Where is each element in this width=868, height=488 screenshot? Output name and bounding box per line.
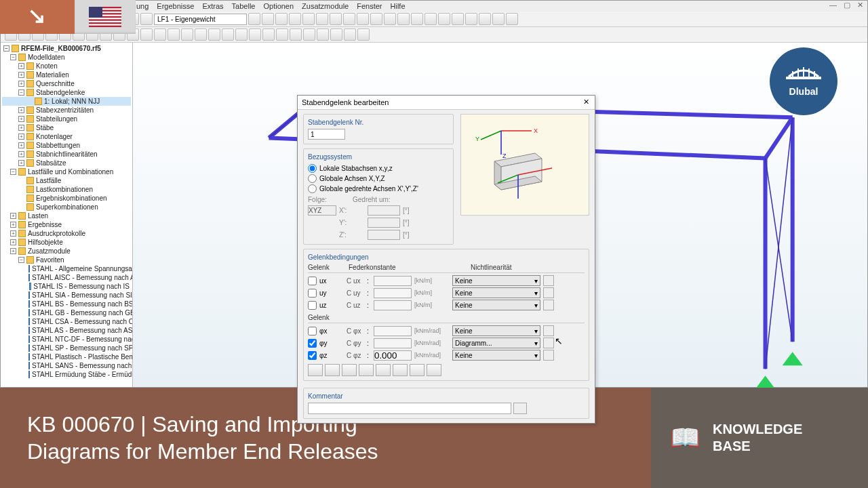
tree-item[interactable]: STAHL Plastisch - Plastische Bemessun	[2, 352, 131, 361]
tool-button[interactable]	[506, 13, 518, 25]
tree-item[interactable]: Lastkombinationen	[2, 185, 131, 194]
tree-item[interactable]: STAHL GB - Bemessung nach GB	[2, 308, 131, 317]
radio-local-axes[interactable]	[308, 164, 317, 173]
tool-button[interactable]	[384, 13, 396, 25]
tool-button[interactable]	[492, 13, 505, 25]
tree-item[interactable]: +Knotenlager	[2, 132, 131, 141]
tool-button[interactable]	[452, 13, 464, 25]
menu-item[interactable]: ung	[136, 2, 149, 10]
tool-button[interactable]	[479, 13, 491, 25]
tree-item[interactable]: STAHL SANS - Bemessung nach SANS	[2, 361, 131, 370]
tool-button[interactable]	[167, 28, 180, 41]
tree-item[interactable]: −Favoriten	[2, 256, 131, 264]
minimize-button[interactable]: —	[829, 1, 837, 9]
tree-item[interactable]: −RFEM-File_KB000670.rf5	[2, 44, 131, 53]
radio-global-axes[interactable]	[308, 174, 317, 183]
hinge-checkbox[interactable]	[308, 339, 317, 348]
tool-button[interactable]	[140, 13, 153, 25]
tool-button[interactable]	[275, 13, 288, 25]
tool-button[interactable]	[235, 28, 248, 41]
spring-constant-input[interactable]	[374, 300, 412, 310]
dialog-close-button[interactable]: ✕	[581, 98, 591, 107]
tool-button[interactable]	[195, 28, 207, 41]
tool-button[interactable]	[343, 13, 355, 25]
close-window-button[interactable]: ✕	[857, 1, 863, 9]
tool-button[interactable]	[302, 13, 315, 25]
menu-item[interactable]: Ergebnisse	[157, 2, 194, 10]
edit-nonlinearity-button[interactable]	[543, 338, 554, 348]
tree-item[interactable]: +Zusatzmodule	[2, 247, 131, 256]
tree-item[interactable]: −Modelldaten	[2, 53, 131, 62]
nonlinearity-combo[interactable]: Keine▾	[452, 325, 540, 336]
edit-nonlinearity-button[interactable]	[543, 325, 554, 336]
tool-button[interactable]	[330, 13, 342, 25]
tool-button[interactable]	[276, 28, 288, 41]
tree-item[interactable]: +Querschnitte	[2, 79, 131, 88]
tree-item[interactable]: +Lasten	[2, 211, 131, 220]
tool-button[interactable]	[357, 13, 369, 25]
tree-item[interactable]: +Stabsätze	[2, 159, 131, 167]
tool-button[interactable]	[249, 28, 261, 41]
tool-button[interactable]	[262, 13, 274, 25]
tool-button[interactable]	[370, 13, 382, 25]
nonlinearity-combo[interactable]: Keine▾	[452, 275, 540, 286]
tool-button[interactable]	[330, 28, 342, 41]
tree-item[interactable]: STAHL NTC-DF - Bemessung nach NTC	[2, 335, 131, 344]
load-case-combo[interactable]	[154, 14, 247, 25]
edit-nonlinearity-button[interactable]	[543, 287, 554, 298]
strip-button[interactable]	[376, 364, 391, 376]
tree-item[interactable]: +Stäbe	[2, 123, 131, 132]
comment-pick-button[interactable]	[513, 403, 527, 414]
tool-button[interactable]	[248, 13, 260, 25]
tree-item[interactable]: +Stabteilungen	[2, 115, 131, 123]
tree-item[interactable]: STAHL Ermüdung Stäbe - Ermüdungs	[2, 370, 131, 379]
tree-item[interactable]: STAHL SP - Bemessung nach SP	[2, 344, 131, 352]
tree-item[interactable]: STAHL CSA - Bemessung nach CSA	[2, 317, 131, 326]
tool-button[interactable]	[289, 13, 301, 25]
strip-button[interactable]	[393, 364, 408, 376]
tool-button[interactable]	[357, 28, 370, 41]
hinge-checkbox[interactable]	[308, 277, 317, 285]
tree-item[interactable]: +Knoten	[2, 62, 131, 70]
tree-item[interactable]: Lastfälle	[2, 176, 131, 185]
tree-item[interactable]: STAHL BS - Bemessung nach BS	[2, 300, 131, 308]
strip-button[interactable]	[342, 364, 357, 376]
tree-item[interactable]: STAHL AISC - Bemessung nach AISC	[2, 273, 131, 282]
tree-item[interactable]: Ergebniskombinationen	[2, 194, 131, 203]
tree-item[interactable]: +Stabnichtlinearitäten	[2, 150, 131, 159]
menu-item[interactable]: Hilfe	[391, 2, 406, 10]
menu-item[interactable]: Optionen	[263, 2, 294, 10]
tool-button[interactable]	[262, 28, 275, 41]
tool-button[interactable]	[411, 13, 423, 25]
tool-button[interactable]	[438, 13, 450, 25]
comment-input[interactable]	[308, 403, 511, 414]
tool-button[interactable]	[303, 28, 315, 41]
tool-button[interactable]	[397, 13, 410, 25]
tool-button[interactable]	[317, 28, 329, 41]
edit-nonlinearity-button[interactable]	[543, 275, 554, 286]
tree-item[interactable]: −Stabendgelenke	[2, 88, 131, 97]
tool-button[interactable]	[290, 28, 302, 41]
spring-constant-input[interactable]	[374, 276, 412, 286]
tool-button[interactable]	[140, 28, 153, 41]
tool-button[interactable]	[181, 28, 193, 41]
tree-item[interactable]: +Stabbettungen	[2, 141, 131, 150]
strip-button[interactable]	[410, 364, 425, 376]
menu-item[interactable]: Fenster	[357, 2, 382, 10]
nonlinearity-combo[interactable]: Diagramm...▾	[452, 338, 540, 348]
tool-button[interactable]	[465, 13, 477, 25]
hinge-checkbox[interactable]	[308, 351, 317, 360]
navigator-tree[interactable]: −RFEM-File_KB000670.rf5−Modelldaten+Knot…	[1, 43, 133, 387]
menu-item[interactable]: Tabelle	[232, 2, 256, 10]
tool-button[interactable]	[154, 28, 166, 41]
spring-constant-input[interactable]	[374, 288, 412, 298]
spring-constant-input[interactable]	[374, 326, 412, 336]
hinge-checkbox[interactable]	[308, 289, 317, 298]
menu-item[interactable]: Zusatzmodule	[302, 2, 349, 10]
tool-button[interactable]	[316, 13, 328, 25]
tree-item[interactable]: STAHL SIA - Bemessung nach SIA	[2, 291, 131, 300]
tree-item[interactable]: +Ausdruckprotokolle	[2, 229, 131, 238]
tree-item[interactable]: STAHL - Allgemeine Spannungsanalyse	[2, 264, 131, 273]
tree-item[interactable]: +Materialien	[2, 70, 131, 79]
spring-constant-input[interactable]	[374, 338, 412, 348]
